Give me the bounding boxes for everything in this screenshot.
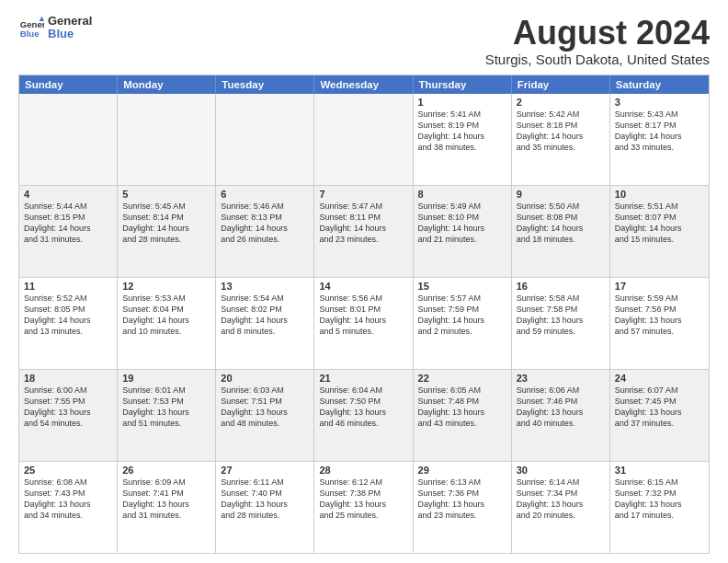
calendar-cell-12: 12Sunrise: 5:53 AM Sunset: 8:04 PM Dayli… xyxy=(118,278,216,369)
day-number: 19 xyxy=(122,373,210,384)
svg-text:Blue: Blue xyxy=(20,29,40,39)
calendar-cell-17: 17Sunrise: 5:59 AM Sunset: 7:56 PM Dayli… xyxy=(610,278,709,369)
calendar-cell-2: 2Sunrise: 5:42 AM Sunset: 8:18 PM Daylig… xyxy=(512,94,610,185)
cell-info: Sunrise: 5:45 AM Sunset: 8:14 PM Dayligh… xyxy=(122,201,210,246)
calendar-cell-7: 7Sunrise: 5:47 AM Sunset: 8:11 PM Daylig… xyxy=(314,186,413,277)
calendar-cell-26: 26Sunrise: 6:09 AM Sunset: 7:41 PM Dayli… xyxy=(118,462,216,553)
cell-info: Sunrise: 6:06 AM Sunset: 7:46 PM Dayligh… xyxy=(517,385,605,430)
day-number: 31 xyxy=(615,465,704,476)
calendar-cell-18: 18Sunrise: 6:00 AM Sunset: 7:55 PM Dayli… xyxy=(19,370,118,461)
logo-general: General xyxy=(48,15,92,28)
day-number: 27 xyxy=(221,465,309,476)
title-block: August 2024 Sturgis, South Dakota, Unite… xyxy=(485,15,710,67)
calendar-cell-27: 27Sunrise: 6:11 AM Sunset: 7:40 PM Dayli… xyxy=(216,462,314,553)
cell-info: Sunrise: 5:41 AM Sunset: 8:19 PM Dayligh… xyxy=(418,109,506,154)
day-number: 30 xyxy=(517,465,605,476)
day-number: 24 xyxy=(615,373,704,384)
day-number: 2 xyxy=(517,97,605,108)
calendar-cell-22: 22Sunrise: 6:05 AM Sunset: 7:48 PM Dayli… xyxy=(414,370,512,461)
calendar-cell-empty-2 xyxy=(216,94,314,185)
calendar-cell-23: 23Sunrise: 6:06 AM Sunset: 7:46 PM Dayli… xyxy=(512,370,610,461)
cell-info: Sunrise: 6:05 AM Sunset: 7:48 PM Dayligh… xyxy=(418,385,506,430)
calendar-cell-15: 15Sunrise: 5:57 AM Sunset: 7:59 PM Dayli… xyxy=(414,278,512,369)
calendar-cell-30: 30Sunrise: 6:14 AM Sunset: 7:34 PM Dayli… xyxy=(512,462,610,553)
calendar-cell-10: 10Sunrise: 5:51 AM Sunset: 8:07 PM Dayli… xyxy=(610,186,709,277)
day-number: 14 xyxy=(319,281,407,292)
day-number: 10 xyxy=(615,189,704,200)
location: Sturgis, South Dakota, United States xyxy=(485,52,710,67)
day-number: 21 xyxy=(319,373,407,384)
day-number: 13 xyxy=(221,281,309,292)
weekday-header-sunday: Sunday xyxy=(19,75,118,94)
day-number: 28 xyxy=(319,465,407,476)
header: General Blue General Blue August 2024 St… xyxy=(18,15,710,67)
calendar-cell-5: 5Sunrise: 5:45 AM Sunset: 8:14 PM Daylig… xyxy=(118,186,216,277)
day-number: 25 xyxy=(24,465,112,476)
calendar-cell-8: 8Sunrise: 5:49 AM Sunset: 8:10 PM Daylig… xyxy=(414,186,512,277)
cell-info: Sunrise: 6:00 AM Sunset: 7:55 PM Dayligh… xyxy=(24,385,112,430)
calendar-cell-3: 3Sunrise: 5:43 AM Sunset: 8:17 PM Daylig… xyxy=(610,94,709,185)
logo: General Blue General Blue xyxy=(18,15,92,41)
page: General Blue General Blue August 2024 St… xyxy=(0,0,728,563)
cell-info: Sunrise: 5:49 AM Sunset: 8:10 PM Dayligh… xyxy=(418,201,506,246)
calendar-cell-25: 25Sunrise: 6:08 AM Sunset: 7:43 PM Dayli… xyxy=(19,462,118,553)
day-number: 22 xyxy=(418,373,506,384)
calendar-row-4: 18Sunrise: 6:00 AM Sunset: 7:55 PM Dayli… xyxy=(19,370,709,462)
day-number: 4 xyxy=(24,189,112,200)
cell-info: Sunrise: 5:56 AM Sunset: 8:01 PM Dayligh… xyxy=(319,293,407,338)
calendar-cell-6: 6Sunrise: 5:46 AM Sunset: 8:13 PM Daylig… xyxy=(216,186,314,277)
weekday-header-thursday: Thursday xyxy=(414,75,512,94)
cell-info: Sunrise: 6:13 AM Sunset: 7:36 PM Dayligh… xyxy=(418,477,506,522)
calendar-row-5: 25Sunrise: 6:08 AM Sunset: 7:43 PM Dayli… xyxy=(19,462,709,553)
day-number: 16 xyxy=(517,281,605,292)
cell-info: Sunrise: 5:50 AM Sunset: 8:08 PM Dayligh… xyxy=(517,201,605,246)
calendar-body: 1Sunrise: 5:41 AM Sunset: 8:19 PM Daylig… xyxy=(19,94,709,553)
calendar-row-1: 1Sunrise: 5:41 AM Sunset: 8:19 PM Daylig… xyxy=(19,94,709,186)
weekday-header-wednesday: Wednesday xyxy=(314,75,413,94)
cell-info: Sunrise: 5:51 AM Sunset: 8:07 PM Dayligh… xyxy=(615,201,704,246)
calendar-cell-28: 28Sunrise: 6:12 AM Sunset: 7:38 PM Dayli… xyxy=(314,462,413,553)
day-number: 1 xyxy=(418,97,506,108)
weekday-header-saturday: Saturday xyxy=(610,75,709,94)
calendar-cell-13: 13Sunrise: 5:54 AM Sunset: 8:02 PM Dayli… xyxy=(216,278,314,369)
day-number: 29 xyxy=(418,465,506,476)
day-number: 3 xyxy=(615,97,704,108)
cell-info: Sunrise: 6:03 AM Sunset: 7:51 PM Dayligh… xyxy=(221,385,309,430)
cell-info: Sunrise: 5:52 AM Sunset: 8:05 PM Dayligh… xyxy=(24,293,112,338)
cell-info: Sunrise: 5:58 AM Sunset: 7:58 PM Dayligh… xyxy=(517,293,605,338)
calendar-cell-21: 21Sunrise: 6:04 AM Sunset: 7:50 PM Dayli… xyxy=(314,370,413,461)
cell-info: Sunrise: 6:09 AM Sunset: 7:41 PM Dayligh… xyxy=(122,477,210,522)
day-number: 12 xyxy=(122,281,210,292)
calendar-cell-empty-0 xyxy=(19,94,118,185)
month-title: August 2024 xyxy=(485,15,710,52)
calendar-cell-29: 29Sunrise: 6:13 AM Sunset: 7:36 PM Dayli… xyxy=(414,462,512,553)
weekday-header-monday: Monday xyxy=(118,75,216,94)
day-number: 5 xyxy=(122,189,210,200)
cell-info: Sunrise: 5:53 AM Sunset: 8:04 PM Dayligh… xyxy=(122,293,210,338)
calendar-cell-14: 14Sunrise: 5:56 AM Sunset: 8:01 PM Dayli… xyxy=(314,278,413,369)
cell-info: Sunrise: 6:14 AM Sunset: 7:34 PM Dayligh… xyxy=(517,477,605,522)
cell-info: Sunrise: 5:54 AM Sunset: 8:02 PM Dayligh… xyxy=(221,293,309,338)
calendar-cell-1: 1Sunrise: 5:41 AM Sunset: 8:19 PM Daylig… xyxy=(414,94,512,185)
day-number: 26 xyxy=(122,465,210,476)
calendar-cell-19: 19Sunrise: 6:01 AM Sunset: 7:53 PM Dayli… xyxy=(118,370,216,461)
calendar-cell-31: 31Sunrise: 6:15 AM Sunset: 7:32 PM Dayli… xyxy=(610,462,709,553)
calendar-row-2: 4Sunrise: 5:44 AM Sunset: 8:15 PM Daylig… xyxy=(19,186,709,278)
logo-blue: Blue xyxy=(48,28,92,40)
calendar-row-3: 11Sunrise: 5:52 AM Sunset: 8:05 PM Dayli… xyxy=(19,278,709,370)
cell-info: Sunrise: 6:15 AM Sunset: 7:32 PM Dayligh… xyxy=(615,477,704,522)
calendar-cell-empty-1 xyxy=(118,94,216,185)
cell-info: Sunrise: 6:04 AM Sunset: 7:50 PM Dayligh… xyxy=(319,385,407,430)
cell-info: Sunrise: 6:08 AM Sunset: 7:43 PM Dayligh… xyxy=(24,477,112,522)
cell-info: Sunrise: 5:44 AM Sunset: 8:15 PM Dayligh… xyxy=(24,201,112,246)
cell-info: Sunrise: 6:12 AM Sunset: 7:38 PM Dayligh… xyxy=(319,477,407,522)
day-number: 15 xyxy=(418,281,506,292)
day-number: 8 xyxy=(418,189,506,200)
weekday-header-friday: Friday xyxy=(512,75,610,94)
calendar-cell-11: 11Sunrise: 5:52 AM Sunset: 8:05 PM Dayli… xyxy=(19,278,118,369)
cell-info: Sunrise: 5:43 AM Sunset: 8:17 PM Dayligh… xyxy=(615,109,704,154)
calendar-header: SundayMondayTuesdayWednesdayThursdayFrid… xyxy=(19,75,709,94)
calendar-cell-9: 9Sunrise: 5:50 AM Sunset: 8:08 PM Daylig… xyxy=(512,186,610,277)
cell-info: Sunrise: 6:11 AM Sunset: 7:40 PM Dayligh… xyxy=(221,477,309,522)
day-number: 9 xyxy=(517,189,605,200)
